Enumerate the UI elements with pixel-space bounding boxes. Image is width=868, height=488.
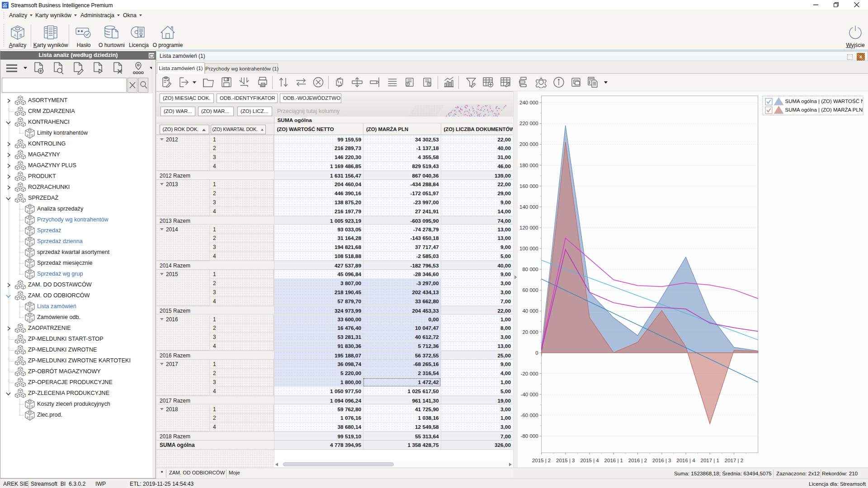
svg-text:B: B	[31, 221, 33, 224]
svg-text:60 000: 60 000	[522, 287, 538, 293]
svg-text:2015 | 2: 2015 | 2	[532, 458, 551, 463]
svg-text:120 000: 120 000	[519, 225, 538, 230]
svg-text:2015 | 4: 2015 | 4	[580, 458, 599, 463]
svg-text:A: A	[27, 210, 29, 213]
svg-text:100 000: 100 000	[519, 246, 538, 251]
svg-text:A: A	[27, 134, 29, 137]
svg-text:-20 000: -20 000	[521, 371, 538, 376]
svg-text:200 000: 200 000	[519, 141, 538, 147]
svg-text:220 000: 220 000	[519, 121, 538, 126]
svg-text:A: A	[27, 253, 29, 256]
svg-text:B: B	[31, 416, 33, 419]
svg-text:B: B	[31, 210, 33, 213]
svg-text:A: A	[14, 33, 16, 38]
svg-text:A: A	[27, 221, 29, 224]
svg-text:160 000: 160 000	[519, 183, 538, 189]
svg-text:B: B	[31, 134, 33, 137]
svg-text:A: A	[27, 242, 29, 245]
svg-text:2017 | 1: 2017 | 1	[701, 458, 719, 463]
svg-text:B: B	[31, 405, 33, 408]
svg-text:2016 | 3: 2016 | 3	[652, 458, 671, 463]
svg-text:B: B	[31, 242, 33, 245]
svg-text:A: A	[27, 307, 29, 310]
svg-text:B: B	[19, 33, 22, 38]
svg-text:A: A	[27, 264, 29, 267]
svg-text:B: B	[31, 264, 33, 267]
svg-text:-80 000: -80 000	[521, 433, 538, 439]
svg-text:A: A	[27, 275, 29, 278]
svg-text:180 000: 180 000	[519, 163, 538, 168]
svg-text:-40 000: -40 000	[521, 392, 538, 397]
svg-text:20 000: 20 000	[522, 329, 538, 335]
svg-text:A: A	[27, 416, 29, 419]
svg-text:A: A	[27, 318, 29, 321]
svg-text:B: B	[31, 318, 33, 321]
svg-text:2016 | 2: 2016 | 2	[628, 458, 647, 463]
svg-text:B: B	[31, 231, 33, 235]
svg-text:2017 | 2: 2017 | 2	[725, 458, 743, 463]
svg-text:B: B	[31, 253, 33, 256]
svg-text:140 000: 140 000	[519, 204, 538, 210]
svg-text:240 000: 240 000	[519, 100, 538, 105]
svg-text:B: B	[31, 307, 33, 310]
svg-text:0: 0	[535, 350, 538, 356]
svg-text:SUMA ogólna | (ZO) MARŻA PLN: SUMA ogólna | (ZO) MARŻA PLN	[785, 107, 863, 113]
svg-text:40 000: 40 000	[522, 308, 538, 314]
svg-text:B: B	[31, 275, 33, 278]
svg-text:-60 000: -60 000	[521, 413, 538, 418]
svg-text:2016 | 4: 2016 | 4	[676, 458, 695, 463]
svg-text:2015 | 3: 2015 | 3	[556, 458, 575, 463]
svg-text:80 000: 80 000	[522, 267, 538, 272]
svg-text:A: A	[27, 405, 29, 408]
svg-text:2016 | 1: 2016 | 1	[604, 458, 623, 463]
svg-text:A: A	[27, 231, 29, 235]
svg-text:SUMA ogólna | (ZO) WARTOŚĆ NET: SUMA ogólna | (ZO) WARTOŚĆ NETTO	[785, 99, 868, 104]
